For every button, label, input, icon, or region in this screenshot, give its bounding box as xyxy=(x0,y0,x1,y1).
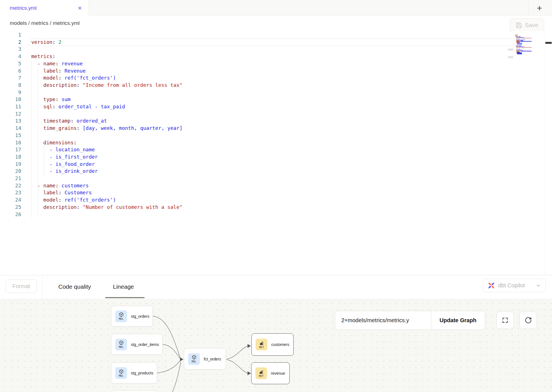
fullscreen-icon xyxy=(502,317,508,324)
code-line[interactable]: 14 time_grains: [day, week, month, quart… xyxy=(0,125,513,132)
line-number: 16 xyxy=(0,139,21,146)
code-text: label: Revenue xyxy=(31,67,86,75)
code-text: description: "Number of customers with a… xyxy=(31,204,183,211)
dbt-copilot-button[interactable]: dbt Copilot xyxy=(483,279,546,292)
lineage-controls: Update Graph xyxy=(335,311,485,330)
lineage-canvas[interactable]: MDL stg_orders MDL stg_order_items MDL s… xyxy=(0,299,552,392)
cube-icon xyxy=(119,312,124,317)
code-line[interactable]: 5 - name: revenue xyxy=(0,60,513,67)
code-text: - location_name xyxy=(31,146,95,153)
code-line[interactable]: 11 sql: order_total - tax_paid xyxy=(0,103,513,110)
line-number: 9 xyxy=(0,89,21,96)
new-tab-button[interactable]: + xyxy=(531,1,548,15)
graph-node-revenue[interactable]: MET revenue xyxy=(251,362,290,384)
line-number: 23 xyxy=(0,189,21,196)
code-text: time_grains: [day, week, month, quarter,… xyxy=(31,125,183,132)
code-text: - is_drink_order xyxy=(31,168,98,175)
line-number: 4 xyxy=(0,53,21,60)
bar-chart-icon xyxy=(259,369,264,374)
code-line[interactable]: 22 - name: customers xyxy=(0,182,513,189)
code-line[interactable]: 7 model: ref('fct_orders') xyxy=(0,74,513,82)
update-graph-button[interactable]: Update Graph xyxy=(431,311,485,329)
code-line[interactable]: 9 xyxy=(0,89,513,96)
refresh-button[interactable] xyxy=(520,312,537,329)
code-line[interactable]: 2version: 2 xyxy=(0,39,513,46)
code-line[interactable]: 8 description: "Income from all orders l… xyxy=(0,82,513,89)
code-line[interactable]: 26 xyxy=(0,211,513,218)
cube-icon xyxy=(119,369,124,374)
line-number: 13 xyxy=(0,117,21,125)
graph-node-customers[interactable]: MET customers xyxy=(251,333,294,356)
breadcrumb: models / metrics / metrics.yml xyxy=(10,20,80,26)
tab-metrics-yml[interactable]: metrics.yml × xyxy=(0,0,89,16)
tab-lineage[interactable]: Lineage xyxy=(113,275,134,298)
line-number: 20 xyxy=(0,168,21,175)
code-text: - name: revenue xyxy=(31,60,83,67)
minimap-decoration xyxy=(508,56,513,58)
code-line[interactable]: 12 xyxy=(0,110,513,118)
tab-title: metrics.yml xyxy=(10,5,78,11)
lineage-search-input[interactable] xyxy=(335,311,431,329)
line-number: 11 xyxy=(0,103,21,110)
code-line[interactable]: 6 label: Revenue xyxy=(0,67,513,75)
line-number: 17 xyxy=(0,146,21,153)
code-line[interactable]: 10 type: sum xyxy=(0,96,513,103)
graph-node-stg-orders[interactable]: MDL stg_orders xyxy=(111,306,153,327)
code-line[interactable]: 16 dimensions: xyxy=(0,139,513,146)
line-number: 24 xyxy=(0,196,21,204)
plus-icon: + xyxy=(537,3,542,13)
code-line[interactable]: 25 description: "Number of customers wit… xyxy=(0,204,513,211)
model-badge: MDL xyxy=(115,310,127,322)
code-line[interactable]: 15 xyxy=(0,132,513,139)
minimap[interactable] xyxy=(515,34,544,90)
graph-node-partial[interactable] xyxy=(111,391,157,392)
code-text: - is_food_order xyxy=(31,161,95,168)
code-line[interactable]: 13 timestamp: ordered_at xyxy=(0,117,513,125)
line-number: 5 xyxy=(0,60,21,67)
active-tab-underline xyxy=(105,297,145,298)
model-badge: MDL xyxy=(115,339,127,350)
chevron-down-icon xyxy=(536,283,541,288)
code-line[interactable]: 18 - is_first_order xyxy=(0,153,513,161)
line-number: 25 xyxy=(0,204,21,211)
tab-code-quality[interactable]: Code quality xyxy=(58,275,91,298)
breadcrumb-row: models / metrics / metrics.yml xyxy=(0,16,552,31)
code-line[interactable]: 24 model: ref('fct_orders') xyxy=(0,196,513,204)
save-button[interactable]: Save xyxy=(510,18,544,32)
metric-badge: MET xyxy=(255,367,267,379)
line-number: 6 xyxy=(0,67,21,75)
graph-node-stg-products[interactable]: MDL stg_products xyxy=(111,362,157,384)
scrollbar-marker[interactable] xyxy=(545,42,552,44)
cube-icon xyxy=(192,355,196,360)
cube-icon xyxy=(119,340,124,345)
graph-node-fct-orders[interactable]: MDL fct_orders xyxy=(184,348,226,370)
save-icon xyxy=(516,22,522,28)
code-line[interactable]: 1 xyxy=(0,31,513,39)
code-line[interactable]: 23 label: Customers xyxy=(0,189,513,196)
minimap-decoration xyxy=(508,49,513,51)
metric-badge: MET xyxy=(256,339,267,350)
line-number: 7 xyxy=(0,74,21,82)
tab-bar: + metrics.yml × xyxy=(0,0,552,16)
code-editor[interactable]: 12version: 234metrics:5 - name: revenue6… xyxy=(0,31,552,275)
code-line[interactable]: 20 - is_drink_order xyxy=(0,168,513,175)
fullscreen-button[interactable] xyxy=(496,312,514,329)
close-icon[interactable]: × xyxy=(78,5,82,11)
refresh-icon xyxy=(525,317,532,324)
code-line[interactable]: 17 - location_name xyxy=(0,146,513,153)
graph-node-stg-order-items[interactable]: MDL stg_order_items xyxy=(111,334,163,355)
code-line[interactable]: 19 - is_food_order xyxy=(0,161,513,168)
line-number: 12 xyxy=(0,110,21,118)
line-number: 2 xyxy=(0,39,21,46)
code-text: sql: order_total - tax_paid xyxy=(31,103,125,110)
code-line[interactable]: 3 xyxy=(0,46,513,53)
code-line[interactable]: 4metrics: xyxy=(0,53,513,60)
scrollbar-track xyxy=(545,31,545,275)
line-number: 14 xyxy=(0,125,21,132)
code-line[interactable]: 21 xyxy=(0,175,513,182)
line-number: 26 xyxy=(0,211,21,218)
line-number: 1 xyxy=(0,31,21,39)
model-badge: MDL xyxy=(188,353,200,365)
code-text: model: ref('fct_orders') xyxy=(31,74,116,82)
format-button[interactable]: Format xyxy=(6,279,37,293)
